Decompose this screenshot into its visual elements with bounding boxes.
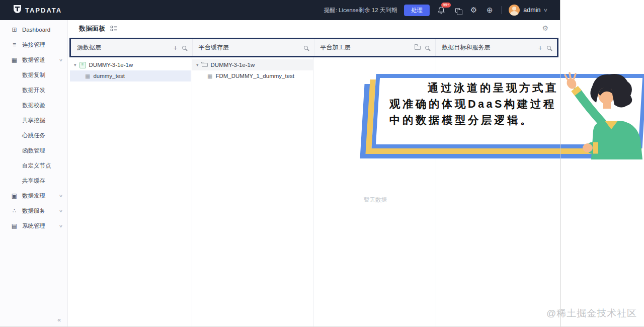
lane-source-tree: ▾ ≡ DUMMY-3-1e-1w ▦ dummy_test	[70, 59, 191, 81]
sidebar-item-heartbeat-tasks[interactable]: 心跳任务	[0, 128, 67, 143]
sidebar-item-label: Dashboard	[22, 27, 50, 33]
sidebar-item-data-validation[interactable]: 数据校验	[0, 98, 67, 113]
sidebar-item-system-management[interactable]: ▤ 系统管理 ∨	[0, 218, 67, 233]
chevron-down-icon: ∨	[59, 58, 63, 62]
folder-icon	[202, 63, 208, 67]
sidebar-item-pipelines[interactable]: ▦ 数据管道 ∨	[0, 52, 67, 67]
sidebar-item-label: 数据管道	[22, 56, 45, 64]
sidebar-item-data-development[interactable]: 数据开发	[0, 83, 67, 98]
logo-text: TAPDATA	[25, 7, 62, 14]
license-reminder-text: 提醒: License剩余 12 天到期	[324, 7, 397, 14]
discovery-icon: ▣	[11, 192, 18, 199]
dashboard-icon: ⊞	[11, 26, 18, 33]
table-icon: ▦	[207, 73, 212, 79]
app-edge-line	[560, 0, 560, 327]
lane-divider	[192, 57, 192, 327]
panel-settings-gear-icon[interactable]: ⚙	[542, 24, 548, 32]
connections-icon: ≡	[11, 41, 18, 48]
lane-header-cache[interactable]: 平台缓存层	[193, 39, 314, 56]
tree-node-label: DUMMY-3-1e-1w	[89, 62, 133, 68]
sidebar-item-label: 连接管理	[22, 41, 45, 49]
workspace-switch-icon[interactable]	[453, 6, 462, 15]
sidebar-item-data-discovery[interactable]: ▣ 数据发现 ∨	[0, 188, 67, 203]
source-connection-icon: ≡	[79, 62, 86, 68]
sidebar-item-custom-nodes[interactable]: 自定义节点	[0, 158, 67, 173]
notification-badge: 99+	[441, 3, 451, 8]
tree-node-label: DUMMY-3-1e-1w	[211, 62, 255, 68]
tree-node-folder[interactable]: ▾ DUMMY-3-1e-1w	[192, 59, 313, 70]
lane-cache-tree: ▾ DUMMY-3-1e-1w ▦ FDM_DUMMY_1_dummy_test	[192, 59, 313, 81]
add-icon[interactable]: +	[174, 44, 178, 51]
lane-title: 数据目标和服务层	[442, 43, 490, 52]
services-icon: ∴	[11, 207, 18, 214]
sidebar-item-connections[interactable]: ≡ 连接管理	[0, 37, 67, 52]
tapdata-shield-icon	[13, 5, 22, 16]
settings-gear-icon[interactable]: ⚙	[469, 6, 478, 15]
mascot-illustration	[561, 71, 644, 161]
tree-node-table[interactable]: ▦ FDM_DUMMY_1_dummy_test	[192, 70, 313, 81]
empty-state-text: 暂无数据	[364, 196, 387, 204]
tree-node-label: dummy_test	[93, 73, 125, 79]
add-icon[interactable]: +	[538, 44, 542, 51]
lane-title: 源数据层	[77, 43, 101, 52]
main-content: 数据面板 ⚙ 源数据层 + 平台缓存层 平台加工层	[68, 20, 560, 327]
screenshot-root: TAPDATA 提醒: License剩余 12 天到期 处理 99+ ⚙ ⊕ …	[0, 0, 644, 327]
folder-icon[interactable]	[415, 46, 421, 50]
pipeline-icon: ▦	[11, 56, 18, 63]
topbar-divider	[501, 6, 502, 14]
search-icon[interactable]	[182, 46, 186, 50]
lane-title: 平台加工层	[320, 43, 351, 52]
search-icon[interactable]	[547, 46, 551, 50]
sidebar-item-data-replication[interactable]: 数据复制	[0, 67, 67, 83]
lane-divider	[313, 57, 314, 327]
top-bar: TAPDATA 提醒: License剩余 12 天到期 处理 99+ ⚙ ⊕ …	[0, 0, 560, 20]
chevron-down-icon: ∨	[59, 194, 63, 198]
license-action-button[interactable]: 处理	[404, 5, 430, 16]
sidebar-item-dashboard[interactable]: ⊞ Dashboard	[0, 22, 67, 37]
sidebar-item-function-management[interactable]: 函数管理	[0, 143, 67, 158]
chevron-down-icon: ∨	[59, 209, 63, 213]
page-title: 数据面板	[79, 24, 105, 33]
language-globe-icon[interactable]: ⊕	[485, 6, 494, 15]
lane-title: 平台缓存层	[199, 43, 229, 52]
lane-header-targets[interactable]: 数据目标和服务层 +	[436, 39, 557, 56]
panel-layout-icon[interactable]	[110, 25, 118, 32]
search-icon[interactable]	[425, 46, 429, 50]
search-icon[interactable]	[304, 46, 308, 50]
sidebar-item-data-services[interactable]: ∴ 数据服务 ∨	[0, 203, 67, 218]
sidebar-item-shared-mining[interactable]: 共享挖掘	[0, 113, 67, 128]
user-chevron-down-icon: ∨	[543, 8, 548, 13]
sidebar: ⊞ Dashboard ≡ 连接管理 ▦ 数据管道 ∨ 数据复制 数据开发 数据…	[0, 20, 68, 327]
chevron-down-icon: ∨	[59, 224, 63, 228]
callout-text: 通过泳道的呈现方式直观准确的体现DaaS构建过程中的数据模型分层逻辑。	[389, 80, 565, 128]
tree-node-label: FDM_DUMMY_1_dummy_test	[215, 73, 294, 79]
user-avatar	[509, 5, 520, 16]
tree-node-connection[interactable]: ▾ ≡ DUMMY-3-1e-1w	[70, 59, 191, 70]
lane-header-source[interactable]: 源数据层 +	[71, 39, 193, 56]
sidebar-item-shared-cache[interactable]: 共享缓存	[0, 173, 67, 188]
app-logo[interactable]: TAPDATA	[0, 5, 62, 16]
tree-node-table-selected[interactable]: ▦ dummy_test	[70, 70, 191, 81]
user-menu[interactable]: admin ∨	[509, 5, 547, 16]
table-icon: ▦	[85, 73, 90, 79]
caret-down-icon: ▾	[74, 62, 76, 67]
notification-bell-icon[interactable]: 99+	[437, 6, 446, 15]
swimlane-header-row: 源数据层 + 平台缓存层 平台加工层 数据目标和服务	[71, 39, 557, 56]
page-header: 数据面板 ⚙	[68, 20, 560, 37]
username-label: admin	[523, 7, 540, 14]
sidebar-collapse-icon[interactable]: «	[57, 316, 61, 323]
watermark-text: @稀土掘金技术社区	[546, 307, 637, 320]
caret-down-icon: ▾	[196, 62, 199, 67]
lane-header-processing[interactable]: 平台加工层	[314, 39, 436, 56]
system-icon: ▤	[11, 222, 18, 229]
